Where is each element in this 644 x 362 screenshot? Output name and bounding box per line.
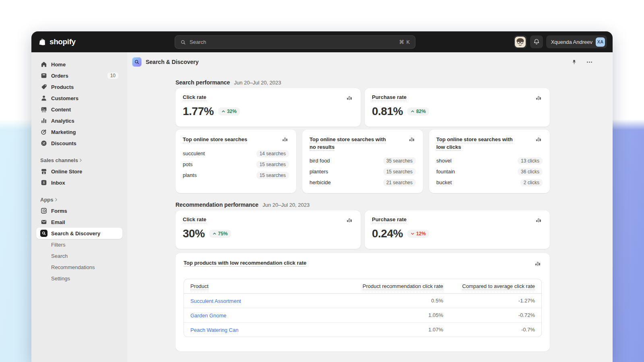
products-table: Product Product recommendation click rat… [184,279,542,337]
user-name: Xquenda Andreev [551,39,592,45]
sidebar-item-settings[interactable]: Settings [36,273,122,284]
main-content: Search & Discovery Search performance Ju… [127,52,613,362]
view-report-button[interactable] [281,136,289,144]
chevron-right-icon [78,158,83,163]
chevron-right-icon [54,197,59,202]
sidebar-item-marketing[interactable]: Marketing [36,126,122,138]
column-header-click-rate[interactable]: Product recommendation click rate [363,283,443,290]
sidebar-item-content[interactable]: Content [36,104,122,115]
column-header-product[interactable]: Product [190,283,208,290]
more-actions-button[interactable] [584,56,595,68]
mini-chart-icon [535,261,541,267]
count-badge: 14 searches [256,150,289,157]
sidebar-item-email[interactable]: Email [36,216,122,228]
mini-chart-icon [346,95,353,101]
card-title[interactable]: Top online store searches with no result… [310,136,386,151]
sidebar-item-home[interactable]: Home [36,59,122,70]
pin-button[interactable] [568,56,580,68]
notifications-button[interactable] [530,35,543,48]
image-icon [40,106,47,113]
count-badge: 15 searches [383,168,416,175]
sidebar-item-discounts[interactable]: Discounts [36,138,122,149]
sidebar-item-customers[interactable]: Customers [36,93,122,104]
product-link[interactable]: Peach Watering Can [190,327,238,333]
sidebar-item-analytics[interactable]: Analytics [36,115,122,126]
sidebar-item-forms[interactable]: Forms [36,205,122,216]
mini-chart-icon [535,136,542,143]
global-search-input[interactable]: Search ⌘ K [175,35,415,49]
view-report-button[interactable] [345,216,353,224]
metric-value: 30% [183,227,205,240]
mini-chart-icon [535,95,542,101]
card-title[interactable]: Top online store searches with low click… [436,136,513,151]
sidebar-item-products[interactable]: Products [36,81,122,93]
trend-badge: 12% [407,230,429,238]
compared-cell: -1.27% [443,298,535,304]
search-icon [180,39,186,45]
email-icon [40,218,47,226]
view-report-button[interactable] [535,136,543,144]
sidebar: Home Orders 10 Products Customers Conten… [31,52,127,362]
metric-label[interactable]: Click rate [183,94,206,101]
content-scroll[interactable]: Search performance Jun 20–Jul 20, 2023 C… [127,72,613,351]
caret-down-icon [411,232,415,236]
user-menu[interactable]: Xquenda Andreev XA [546,35,607,48]
count-badge: 35 searches [383,157,416,165]
card-title[interactable]: Top online store searches [183,136,247,143]
column-header-compared[interactable]: Compared to average click rate [462,283,535,290]
inbox-chat-icon: S [40,179,47,186]
sidebar-item-search-discovery[interactable]: Search & Discovery [36,228,122,239]
count-badge: 13 clicks [518,157,543,165]
no-results-searches-card: Top online store searches with no result… [302,130,423,193]
search-term-row: bucket 2 clicks [436,177,543,188]
table-row: Peach Watering Can 1.07% -0.7% [184,323,541,337]
bar-chart-icon [40,117,47,124]
sidebar-item-orders[interactable]: Orders 10 [36,70,122,81]
metric-label[interactable]: Purchase rate [372,94,407,101]
compared-cell: -0.72% [443,312,535,318]
orders-icon [40,72,47,79]
click-rate-cell: 0.5% [343,298,443,304]
view-report-button[interactable] [535,216,543,224]
search-term-row: succulent 14 searches [183,148,289,159]
search-term-row: shovel 13 clicks [436,155,543,166]
sidebar-item-filters[interactable]: Filters [36,239,122,250]
metric-label[interactable]: Purchase rate [372,216,407,223]
low-rec-click-rate-card: Top products with low recommendation cli… [175,253,550,351]
mini-chart-icon [282,136,288,143]
topbar-actions: Xquenda Andreev XA [514,35,607,48]
product-link[interactable]: Succulent Assortment [190,298,241,304]
count-badge: 15 searches [256,172,289,179]
recommendation-metrics-row: Click rate 30% 75% P [175,210,550,249]
sidebar-item-recommendations[interactable]: Recommendations [36,261,122,273]
view-report-button[interactable] [534,260,542,268]
user-avatar: XA [596,37,605,47]
card-title[interactable]: Top products with low recommendation cli… [184,260,306,267]
compared-cell: -0.7% [443,327,535,333]
view-report-button[interactable] [345,94,353,102]
sidebar-item-inbox[interactable]: S Inbox [36,177,122,188]
search-shortcut: ⌘ K [399,39,410,45]
svg-text:S: S [43,181,45,185]
date-range: Jun 20–Jul 20, 2023 [262,202,310,208]
sidebar-section-apps[interactable]: Apps [36,194,122,205]
metric-value: 0.24% [372,227,403,240]
caret-up-icon [213,232,217,236]
sidebar-section-sales-channels[interactable]: Sales channels [36,154,122,166]
caret-up-icon [221,109,225,113]
top-searches-row: Top online store searches succulent 14 s… [175,130,550,193]
table-header-row: Product Product recommendation click rat… [184,279,541,294]
mini-chart-icon [346,217,353,224]
product-link[interactable]: Garden Gnome [190,313,227,319]
count-badge: 2 clicks [520,179,543,186]
store-preview-button[interactable] [514,35,527,48]
sidebar-item-online-store[interactable]: Online Store [36,166,122,177]
click-rate-cell: 1.05% [343,312,443,318]
view-report-button[interactable] [535,94,543,102]
section-title: Recommendation performance [175,202,258,208]
sidebar-item-search[interactable]: Search [36,250,122,261]
view-report-button[interactable] [408,136,416,144]
person-icon [40,95,47,102]
shopify-logo[interactable]: shopify [39,37,76,46]
metric-label[interactable]: Click rate [183,216,206,223]
